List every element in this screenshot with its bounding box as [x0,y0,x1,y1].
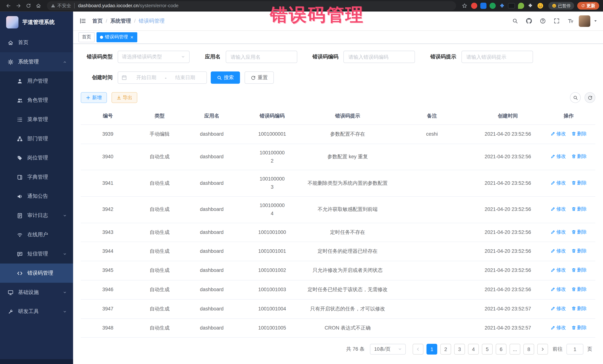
browser-reload-icon[interactable] [24,1,33,10]
delete-link[interactable]: 删除 [571,305,587,312]
extension-icon-blue[interactable] [480,3,487,9]
close-icon[interactable] [130,35,134,39]
sidebar-item-home[interactable]: 首页 [0,33,73,52]
delete-link[interactable]: 删除 [571,286,587,293]
tab-error-code[interactable]: 错误码管理 [96,32,137,42]
edit-link[interactable]: 修改 [550,130,566,138]
app-name-input[interactable] [226,51,297,63]
browser-back-icon[interactable] [4,1,13,10]
tab-home[interactable]: 首页 [79,32,95,42]
extension-icon-green[interactable] [490,3,496,9]
sidebar-item-audit-log[interactable]: 审计日志 [0,206,73,225]
delete-link[interactable]: 删除 [571,266,587,274]
paused-badge[interactable]: 已暂停 [548,2,574,10]
page-button-8[interactable]: 8 [523,344,534,355]
delete-link[interactable]: 删除 [571,324,587,331]
table-refresh-button[interactable] [585,92,595,103]
next-page-button[interactable] [537,344,548,355]
date-range-picker[interactable]: 开始日期 - 结束日期 [118,72,207,84]
home-icon [8,40,13,46]
reset-button[interactable]: 重置 [244,72,274,84]
add-button[interactable]: 新增 [81,92,107,103]
error-type-select[interactable]: 请选择错误码类型 [118,51,190,63]
delete-icon [571,249,576,253]
delete-link[interactable]: 删除 [571,205,587,213]
fullscreen-icon[interactable] [551,16,562,26]
help-icon[interactable] [537,16,548,26]
table-search-button[interactable] [570,92,581,103]
page-size-select[interactable]: 10条/页 [370,344,406,355]
user-icon [17,78,23,84]
edit-link[interactable]: 修改 [550,324,566,331]
sidebar-item-dev-tools[interactable]: 研发工具 [0,302,73,321]
browser-forward-icon[interactable] [14,1,23,10]
edit-link[interactable]: 修改 [550,247,566,255]
page-ellipsis[interactable]: ... [510,344,520,355]
cell-actions: 修改删除 [542,261,595,280]
delete-link[interactable]: 删除 [571,153,587,160]
breadcrumb-item[interactable]: 首页 [92,17,103,24]
update-button[interactable]: 更新 [577,2,599,10]
error-code-input[interactable] [343,51,415,63]
edit-link[interactable]: 修改 [550,228,566,236]
page-button-5[interactable]: 5 [482,344,493,355]
delete-link[interactable]: 删除 [571,228,587,236]
sidebar-item-notice[interactable]: 通知公告 [0,187,73,206]
page-button-3[interactable]: 3 [454,344,465,355]
delete-link[interactable]: 删除 [571,179,587,187]
sidebar-item-system-management[interactable]: 系统管理 [0,52,73,72]
plus-icon [86,95,91,100]
edit-link[interactable]: 修改 [550,153,566,160]
extensions-puzzle-icon[interactable] [527,3,533,9]
edit-link[interactable]: 修改 [550,305,566,312]
app-logo[interactable]: 芋道管理系统 [0,11,73,33]
page-button-1[interactable]: 1 [427,344,437,355]
delete-link[interactable]: 删除 [571,247,587,255]
avatar-caret-icon[interactable] [593,19,598,23]
edit-link[interactable]: 修改 [550,286,566,293]
extension-icon-red[interactable] [471,3,477,9]
address-bar[interactable]: 不安全 dashboard.yudao.iocoder.cn/system/er… [47,1,456,10]
online-icon [17,232,23,238]
user-avatar[interactable] [579,15,590,27]
sidebar-item-online-users[interactable]: 在线用户 [0,225,73,244]
search-button[interactable]: 搜索 [211,72,240,84]
edit-link[interactable]: 修改 [550,179,566,187]
table-row-3948: 3948自动生成dashboard1001001005CRON 表达式不正确20… [81,318,595,338]
export-button[interactable]: 导出 [111,92,137,103]
page-button-2[interactable]: 2 [440,344,451,355]
edit-link[interactable]: 修改 [550,266,566,274]
sidebar-item-role-management[interactable]: 角色管理 [0,91,73,110]
sidebar-item-menu-management[interactable]: 菜单管理 [0,110,73,129]
sidebar-item-dict-management[interactable]: 字典管理 [0,167,73,187]
font-size-icon[interactable] [565,16,576,26]
breadcrumb-item[interactable]: 系统管理 [110,17,131,24]
page-button-6[interactable]: 6 [496,344,507,355]
prev-page-button[interactable] [413,344,423,355]
header-search-icon[interactable] [510,16,520,26]
sidebar-toggle-icon[interactable] [73,18,93,24]
sidebar-item-dept-management[interactable]: 部门管理 [0,129,73,148]
error-hint-input[interactable] [461,51,533,63]
goto-page-input[interactable] [567,344,583,355]
sidebar-item-post-management[interactable]: 岗位管理 [0,148,73,167]
sidebar-item-user-management[interactable]: 用户管理 [0,72,73,91]
cell-actions: 修改删除 [542,197,595,223]
column-header: 应用名 [184,108,239,124]
sidebar-item-error-code-management[interactable]: 错误码管理 [0,264,73,283]
extension-icon-grid[interactable] [499,3,505,9]
extension-icon-dark[interactable] [508,3,515,9]
sidebar-item-sms-management[interactable]: 短信管理 [0,244,73,264]
delete-icon [571,325,576,330]
page-button-4[interactable]: 4 [468,344,479,355]
browser-profile-avatar-icon[interactable] [537,2,544,9]
extension-icon-leaf[interactable] [518,3,524,9]
sidebar-item-infrastructure[interactable]: 基础设施 [0,283,73,302]
cell-remark [390,144,474,170]
delete-link[interactable]: 删除 [571,130,587,138]
security-warning-icon[interactable] [51,3,56,8]
edit-link[interactable]: 修改 [550,205,566,213]
browser-home-icon[interactable] [34,1,43,10]
github-icon[interactable] [523,16,534,26]
bookmark-star-icon[interactable] [460,1,469,10]
